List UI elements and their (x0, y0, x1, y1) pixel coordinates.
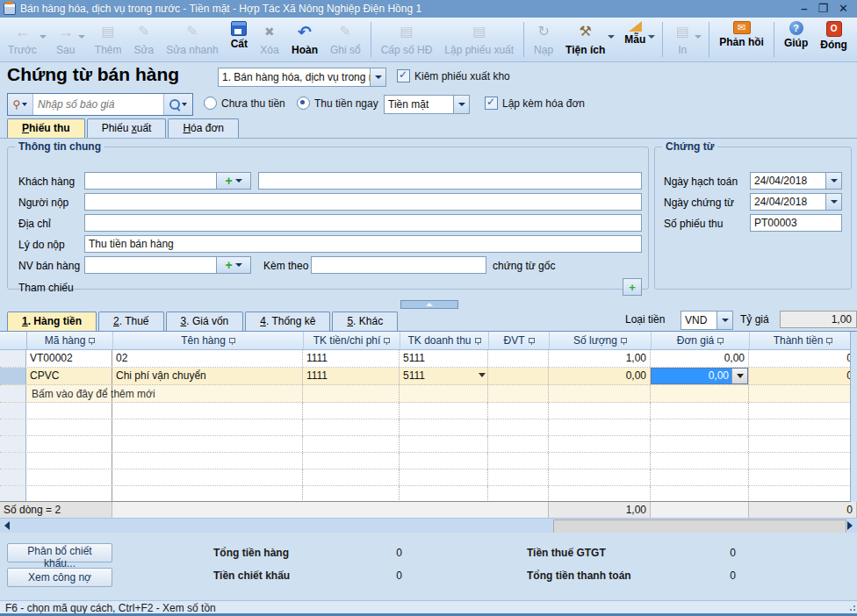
document-type-select[interactable]: 1. Bán hàng hóa, dịch vụ trong nước (218, 68, 386, 87)
tab-detail-3[interactable]: 3. Giá vốn (166, 312, 244, 331)
grid-cell[interactable] (488, 350, 549, 367)
grid-cell[interactable] (488, 486, 549, 502)
grid-cell[interactable] (488, 368, 549, 384)
cell-editor[interactable]: 0,00 (651, 368, 748, 384)
posting-date-picker[interactable]: 24/04/2018 (750, 172, 842, 190)
grid-cell[interactable]: 02 (112, 350, 303, 367)
attach-input[interactable] (311, 256, 486, 274)
grid-cell[interactable] (112, 403, 303, 419)
scrollbar-thumb[interactable] (553, 519, 846, 534)
grid-cell[interactable] (651, 486, 749, 502)
chevron-down-icon[interactable] (825, 194, 841, 210)
grid-cell[interactable] (651, 419, 749, 435)
grid-cell[interactable]: 1,00 (549, 350, 651, 367)
radio-collect-now[interactable]: Thu tiền ngay (297, 97, 378, 110)
horizontal-scrollbar[interactable] (0, 518, 857, 534)
grid-cell[interactable] (400, 469, 488, 485)
splitter[interactable] (0, 299, 857, 308)
payer-input[interactable] (84, 193, 642, 211)
grid-cell[interactable]: Chi phí vận chuyển (112, 368, 303, 384)
column-header-8[interactable]: Thành tiền (750, 332, 857, 349)
grid-cell[interactable] (26, 453, 112, 469)
pin-icon[interactable] (384, 338, 390, 343)
toolbar-button-feedback[interactable]: Phản hồi (713, 18, 770, 61)
toolbar-button-save[interactable]: Cất (225, 18, 254, 61)
tab-detail-2[interactable]: 2. Thuế (98, 312, 164, 331)
pin-icon[interactable] (826, 338, 832, 343)
column-header-3[interactable]: TK tiền/chi phí (304, 332, 400, 349)
grid-cell[interactable]: 5111 (400, 350, 488, 367)
tab-main-3[interactable]: Hóa đơn (168, 118, 239, 138)
grid-cell[interactable] (26, 436, 112, 452)
grid-cell[interactable] (749, 419, 857, 435)
grid-cell[interactable] (549, 419, 651, 435)
grid-cell[interactable] (303, 436, 400, 452)
address-input[interactable] (84, 214, 642, 232)
grid-cell[interactable] (112, 486, 303, 502)
grid-cell[interactable] (112, 419, 303, 435)
grid-cell[interactable] (112, 436, 303, 452)
column-header-2[interactable]: Tên hàng (113, 332, 304, 349)
minimize-button[interactable]: – (801, 1, 807, 17)
grid-cell[interactable] (488, 436, 549, 452)
pin-icon[interactable] (229, 338, 235, 343)
add-customer-button[interactable]: + (216, 172, 251, 190)
add-salesperson-button[interactable]: + (216, 256, 251, 274)
grid-cell[interactable] (26, 486, 112, 502)
grid-cell[interactable] (400, 403, 488, 419)
chevron-down-icon[interactable] (731, 369, 747, 383)
grid-cell[interactable] (488, 419, 549, 435)
grid-cell[interactable] (488, 453, 549, 469)
grid-cell[interactable] (400, 453, 488, 469)
customer-code-input[interactable] (84, 172, 217, 190)
column-header-6[interactable]: Số lượng (550, 332, 652, 349)
chevron-down-icon[interactable] (825, 173, 841, 189)
scroll-right-icon[interactable] (847, 521, 853, 530)
grid-cell[interactable] (488, 385, 549, 402)
search-tools-button[interactable]: ⚲ (8, 94, 33, 115)
salesperson-input[interactable] (84, 256, 217, 274)
chevron-down-icon[interactable] (479, 373, 486, 377)
grid-cell[interactable] (651, 403, 749, 419)
column-header-4[interactable]: TK doanh thu (400, 332, 489, 349)
grid-cell[interactable] (112, 453, 303, 469)
grid-cell[interactable] (400, 385, 488, 402)
grid-cell[interactable] (651, 385, 749, 402)
grid-cell[interactable] (26, 419, 112, 435)
grid-cell[interactable] (749, 436, 857, 452)
grid-cell[interactable] (549, 385, 651, 402)
grid-cell[interactable] (400, 419, 488, 435)
grid-cell[interactable] (112, 469, 303, 485)
tab-main-2[interactable]: Phiếu xuất (87, 118, 167, 138)
toolbar-button-undo[interactable]: Hoàn (285, 18, 324, 61)
reason-input[interactable]: Thu tiền bán hàng (84, 235, 642, 253)
grid-cell[interactable]: VT00002 (26, 350, 112, 367)
grid-cell[interactable] (651, 469, 749, 485)
grid-cell[interactable] (303, 385, 400, 402)
grid-cell[interactable] (303, 486, 400, 502)
grid-cell[interactable] (549, 486, 651, 502)
tab-detail-1[interactable]: 1. Hàng tiền (7, 312, 97, 331)
close-button[interactable]: ✕ (839, 1, 848, 17)
grid-cell[interactable] (303, 469, 400, 485)
allocate-discount-button[interactable]: Phân bổ chiết khấu... (7, 543, 112, 562)
grid-cell[interactable]: 0 (749, 368, 857, 384)
column-header-7[interactable]: Đơn giá (652, 332, 750, 349)
grid-cell[interactable] (400, 486, 488, 502)
tab-detail-4[interactable]: 4. Thống kê (245, 312, 330, 331)
grid-cell[interactable] (488, 469, 549, 485)
toolbar-button-close-app[interactable]: Đóng (814, 18, 853, 61)
tab-detail-5[interactable]: 5. Khác (332, 312, 398, 331)
stock-slip-checkbox[interactable]: Kiêm phiếu xuất kho (397, 69, 510, 82)
chevron-down-icon[interactable] (717, 312, 732, 329)
pin-icon[interactable] (717, 338, 724, 343)
grid-cell[interactable]: 0,00 (651, 368, 749, 384)
grid-cell[interactable] (549, 469, 651, 485)
chevron-down-icon[interactable] (453, 96, 469, 113)
grid-cell[interactable] (26, 469, 112, 485)
quote-search-control[interactable]: ⚲ (7, 93, 193, 116)
column-header-5[interactable]: ĐVT (489, 332, 550, 349)
currency-select[interactable]: VND (681, 311, 733, 330)
customer-name-input[interactable] (258, 172, 642, 190)
grid-cell[interactable] (651, 436, 749, 452)
